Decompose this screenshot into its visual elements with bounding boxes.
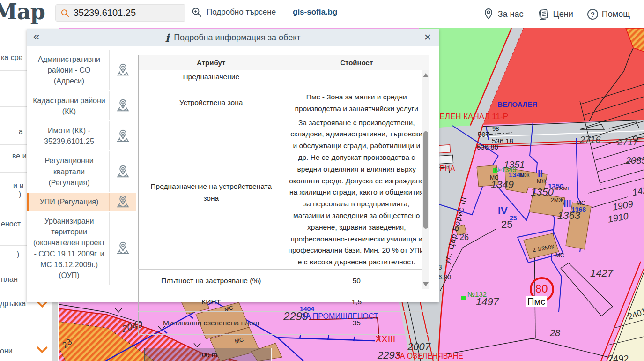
map-label: 2007 <box>407 341 430 352</box>
layer-item-label: Регулационни квартали (Регулация) <box>29 151 109 192</box>
locate-on-map-icon[interactable] <box>115 98 131 113</box>
layer-list-item[interactable]: Имоти (КК) - 35239.6101.25 <box>27 121 136 150</box>
map-label: 1363 <box>557 210 580 221</box>
sidebar-item-fragment[interactable]: ) <box>17 250 19 259</box>
sidebar-item-fragment[interactable]: они <box>0 347 13 355</box>
sidebar-item-fragment[interactable]: ве и <box>12 152 27 160</box>
collapse-panel-button[interactable]: « <box>33 30 39 43</box>
map-label: МС <box>577 200 585 206</box>
map-label: ТЕЛЕН КАНАЛ 11-Р <box>435 113 508 121</box>
locate-on-map-icon[interactable] <box>115 164 131 180</box>
scrollbar-thumb[interactable] <box>423 131 428 229</box>
map-label: ЗА ОЗЕЛЕНЯВАНЕ <box>395 353 463 361</box>
sidebar-divider <box>0 337 52 337</box>
map-label: 2716 <box>580 135 601 145</box>
attribute-row <box>139 84 429 90</box>
layer-item-label: Административни райони - СО (Адреси) <box>29 50 109 90</box>
attribute-row: Предназначение на устройствената зонаЗа … <box>139 116 429 269</box>
map-label: 25 <box>501 219 512 230</box>
app-logo[interactable]: Map <box>0 0 45 24</box>
layer-item-icon-col[interactable] <box>109 151 136 192</box>
layer-list-item[interactable]: Административни райони - СО (Адреси) <box>27 50 136 90</box>
panel-title-text: Подробна информация за обект <box>174 33 300 43</box>
scroll-up-arrow[interactable] <box>423 73 429 77</box>
map-label: 2717 <box>617 137 638 147</box>
nav-prices-label: Цени <box>553 9 573 19</box>
map-label: МЖ <box>537 179 547 185</box>
gis-app: ВЕЛОАЛЕЯТЕЛЕН КАНАЛ 11-Р2716271798507536… <box>0 0 644 361</box>
search-input[interactable] <box>74 8 180 18</box>
layer-list-item[interactable]: Кадастрални райони (КК) <box>27 91 136 120</box>
sidebar-scrollbar[interactable] <box>52 300 58 361</box>
sidebar-item-fragment[interactable]: ка сре <box>1 53 23 62</box>
map-scale-bar: 100 m <box>144 348 272 361</box>
map-label: МЖМГ <box>554 186 570 192</box>
location-pin-icon <box>483 8 494 20</box>
layer-item-icon-col[interactable] <box>109 50 136 90</box>
attribute-name <box>139 84 284 90</box>
locate-on-map-icon[interactable] <box>115 62 131 78</box>
nav-about[interactable]: За нас <box>483 8 524 20</box>
attribute-value <box>284 84 429 90</box>
layer-item-icon-col[interactable] <box>109 193 136 211</box>
attribute-name: Устройствена зона <box>139 90 284 116</box>
map-label: МЖ <box>520 173 530 179</box>
layer-item-icon-col[interactable] <box>109 91 136 120</box>
price-list-icon <box>538 8 549 20</box>
locate-on-map-icon[interactable] <box>115 194 131 210</box>
map-label: 2492 <box>608 354 629 361</box>
locate-on-map-icon[interactable] <box>115 241 131 256</box>
map-label: IV <box>498 205 508 216</box>
panel-header: « i Подробна информация за обект ✕ <box>27 29 439 46</box>
search-box[interactable] <box>55 4 185 22</box>
attribute-name: Предназначение <box>139 70 284 84</box>
scroll-down-arrow[interactable] <box>423 282 429 286</box>
map-label: 2МЖ <box>551 197 564 203</box>
map-label: 28 <box>550 328 560 338</box>
layer-result-list: Административни райони - СО (Адреси) Кад… <box>27 46 136 302</box>
sidebar-item-fragment[interactable]: дръжка <box>0 300 26 308</box>
site-link[interactable]: gis-sofia.bg <box>293 8 337 17</box>
green-point-marker <box>461 296 466 300</box>
attribute-table-header: Атрибут <box>139 55 284 70</box>
map-label: II <box>538 169 543 179</box>
layer-list-item[interactable]: УПИ (Регулация) <box>27 193 136 211</box>
attribute-value: За застрояване с производствени, складов… <box>284 116 429 269</box>
locate-on-map-icon[interactable] <box>115 128 131 144</box>
layer-list-item[interactable]: Урбанизирани територии (окончателен прое… <box>27 212 136 285</box>
advanced-search-button[interactable]: Подробно търсене <box>191 7 276 18</box>
sidebar-item-fragment[interactable]: еност <box>1 220 21 228</box>
chevron-down-icon[interactable] <box>37 346 48 353</box>
sidebar-item-fragment[interactable]: и и <box>13 182 23 190</box>
map-label: ВЕЛОАЛЕЯ <box>497 101 537 108</box>
layer-item-icon-col[interactable] <box>109 212 136 285</box>
map-label: XXIII <box>375 334 395 344</box>
map-label: 1349 <box>491 179 514 190</box>
attribute-value: 35 <box>284 311 429 334</box>
attribute-name: Предназначение на устройствената зона <box>139 116 284 269</box>
help-icon: ? <box>587 9 598 20</box>
table-scrollbar[interactable] <box>422 70 429 289</box>
layer-item-label: Имоти (КК) - 35239.6101.25 <box>29 121 109 150</box>
sidebar-item-fragment[interactable]: ) <box>19 190 21 199</box>
layer-item-icon-col[interactable] <box>109 121 136 150</box>
advanced-search-label: Подробно търсене <box>207 8 276 17</box>
map-label: 98 <box>492 126 499 132</box>
layer-item-label: Кадастрални райони (КК) <box>29 91 109 120</box>
nav-prices[interactable]: Цени <box>538 8 573 20</box>
layer-item-label: УПИ (Регулация) <box>29 193 109 211</box>
attribute-row: КИНТ1,5 <box>139 293 429 311</box>
map-label: III <box>563 199 571 209</box>
nav-help-label: Помощ <box>602 9 630 19</box>
layer-list-item[interactable]: Регулационни квартали (Регулация) <box>27 151 136 192</box>
nav-help[interactable]: ? Помощ <box>587 9 630 20</box>
top-header: Map Подробно търсене gis-sofia.bg <box>0 0 644 28</box>
scale-label: 100 m <box>198 351 218 359</box>
close-icon[interactable]: ✕ <box>424 32 431 43</box>
nav-about-label: За нас <box>498 9 524 19</box>
sidebar-item-fragment[interactable]: план <box>1 275 18 284</box>
layer-item-label: Урбанизирани територии (окончателен прое… <box>29 212 109 285</box>
map-label: 1350 <box>531 187 554 197</box>
map-label: 507 <box>478 131 489 138</box>
sidebar-item-fragment[interactable]: а <box>19 128 23 136</box>
